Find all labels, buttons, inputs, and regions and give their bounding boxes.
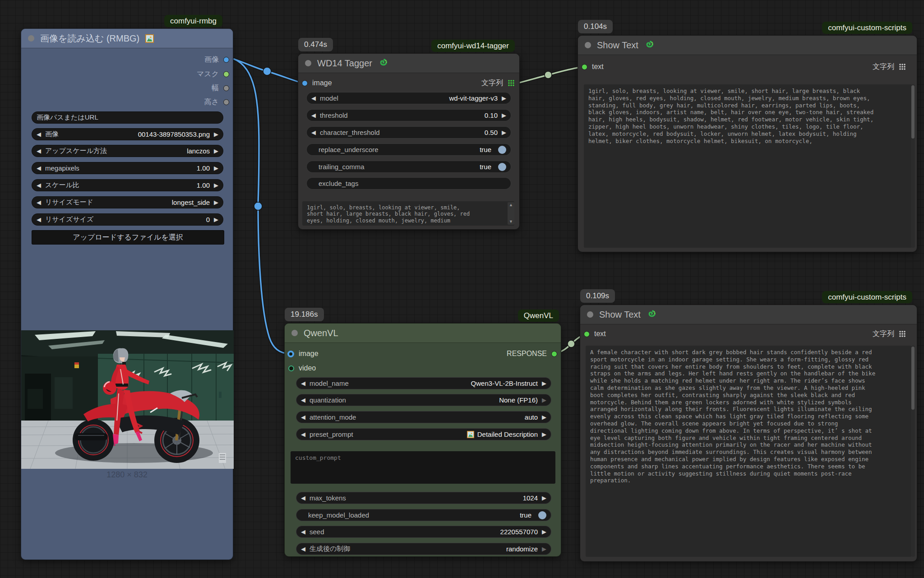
widget-exclude-tags[interactable]: exclude_tags	[306, 177, 511, 190]
prev-arrow-icon[interactable]	[37, 131, 41, 137]
node-qwenvl[interactable]: 19.186s QwenVL QwenVL image video RESPON…	[284, 323, 561, 557]
widget-resize-size[interactable]: リサイズサイズ 0	[32, 213, 223, 226]
widget-model[interactable]: model wd-vit-tagger-v3	[306, 92, 511, 104]
widget-resize-mode[interactable]: リサイズモード longest_side	[32, 196, 223, 208]
prev-arrow-icon[interactable]	[37, 165, 41, 171]
scrollbar-handle[interactable]	[911, 85, 915, 139]
next-arrow-icon[interactable]	[542, 495, 546, 501]
input-port-text[interactable]: text	[584, 328, 606, 339]
output-port-width[interactable]: 幅	[212, 83, 229, 93]
next-arrow-icon[interactable]	[542, 414, 546, 420]
scroll-down-icon[interactable]: ▼	[509, 220, 513, 224]
next-arrow-icon[interactable]	[542, 529, 546, 535]
image-path-input[interactable]: 画像パスまたはURL	[32, 111, 223, 124]
widget-trailing-comma[interactable]: trailing_comma true	[306, 161, 511, 173]
next-arrow-icon[interactable]	[542, 431, 546, 437]
node-load-image-rmbg[interactable]: comfyui-rmbg 画像を読み込む (RMBG) 画像 マスク 幅 高さ …	[21, 28, 233, 560]
toggle-icon[interactable]	[538, 511, 546, 519]
output-port-string[interactable]: 文字列	[873, 61, 906, 72]
next-arrow-icon[interactable]	[502, 129, 506, 135]
prev-arrow-icon[interactable]	[37, 199, 41, 205]
node-scrollbar[interactable]	[911, 346, 915, 557]
input-port-image[interactable]: image	[287, 348, 319, 359]
next-arrow-icon[interactable]	[542, 380, 546, 386]
widget-keep-model-loaded[interactable]: keep_model_loaded true	[296, 509, 551, 521]
tags-result-textarea[interactable]: 1girl, solo, breasts, looking at viewer,…	[302, 201, 514, 226]
widget-model-name[interactable]: model_name Qwen3-VL-2B-Instruct	[296, 377, 551, 389]
widget-megapixels[interactable]: megapixels 1.00	[32, 162, 223, 174]
next-arrow-icon[interactable]	[214, 165, 218, 171]
prev-arrow-icon[interactable]	[37, 217, 41, 222]
next-arrow-icon[interactable]	[502, 112, 506, 118]
output-port-height[interactable]: 高さ	[204, 97, 229, 107]
collapse-dot[interactable]	[585, 42, 591, 48]
node-header[interactable]: 画像を読み込む (RMBG)	[21, 29, 233, 48]
scrollbar-handle[interactable]	[911, 347, 915, 410]
textarea-scrollbar[interactable]: ▲ ▼	[508, 202, 514, 225]
node-show-text-1[interactable]: 0.104s comfyui-custom-scripts Show Text …	[578, 35, 917, 252]
reroute-dot-string2[interactable]	[568, 340, 575, 347]
output-port-image[interactable]: 画像	[204, 54, 229, 65]
reroute-dot-lower[interactable]	[254, 202, 262, 210]
next-arrow-icon[interactable]	[214, 148, 218, 154]
node-scrollbar[interactable]	[911, 84, 915, 248]
widget-threshold[interactable]: threshold 0.10	[306, 109, 511, 121]
show-text-content[interactable]: A female character with short dark grey …	[586, 346, 911, 557]
widget-max-tokens[interactable]: max_tokens 1024	[296, 492, 551, 504]
widget-control-after-generate[interactable]: 生成後の制御 randomize	[296, 543, 551, 555]
reroute-dot-upper[interactable]	[263, 67, 271, 75]
prev-arrow-icon[interactable]	[37, 148, 41, 154]
next-arrow-icon[interactable]	[214, 182, 218, 188]
prev-arrow-icon[interactable]	[301, 529, 305, 535]
widget-image[interactable]: 画像 00143-3897850353.png	[32, 128, 223, 140]
node-show-text-2[interactable]: 0.109s comfyui-custom-scripts Show Text …	[580, 305, 917, 562]
output-port-mask[interactable]: マスク	[197, 69, 229, 79]
custom-prompt-textarea[interactable]: custom_prompt	[291, 451, 555, 484]
prev-arrow-icon[interactable]	[301, 495, 305, 501]
node-header[interactable]: Show Text	[580, 305, 917, 324]
input-port-text[interactable]: text	[582, 61, 604, 72]
node-header[interactable]: WD14 Tagger	[298, 54, 519, 73]
collapse-dot[interactable]	[291, 330, 298, 336]
input-port-video[interactable]: video	[288, 363, 316, 374]
node-header[interactable]: Show Text	[578, 36, 917, 55]
show-text-content[interactable]: 1girl, solo, breasts, looking at viewer,…	[584, 84, 912, 248]
output-port-response[interactable]: RESPONSE	[507, 348, 557, 359]
collapse-dot[interactable]	[305, 60, 311, 66]
next-arrow-icon[interactable]	[542, 546, 546, 552]
next-arrow-icon[interactable]	[214, 217, 218, 222]
next-arrow-icon[interactable]	[542, 397, 546, 403]
widget-scale-ratio[interactable]: スケール比 1.00	[32, 179, 223, 191]
widget-preset-prompt[interactable]: preset_prompt Detailed Description	[296, 428, 551, 440]
widget-seed[interactable]: seed 2220557070	[296, 526, 551, 538]
collapse-dot[interactable]	[587, 311, 593, 318]
prev-arrow-icon[interactable]	[301, 380, 305, 386]
prev-arrow-icon[interactable]	[311, 112, 316, 118]
widget-replace-underscore[interactable]: replace_underscore true	[306, 143, 511, 156]
prev-arrow-icon[interactable]	[37, 182, 41, 188]
next-arrow-icon[interactable]	[214, 131, 218, 137]
widget-quantization[interactable]: quantization None (FP16)	[296, 394, 551, 406]
prev-arrow-icon[interactable]	[301, 431, 305, 437]
prev-arrow-icon[interactable]	[301, 546, 305, 552]
prev-arrow-icon[interactable]	[311, 129, 316, 135]
node-wd14-tagger[interactable]: 0.474s comfyui-wd14-tagger WD14 Tagger i…	[298, 53, 520, 230]
prev-arrow-icon[interactable]	[311, 95, 316, 101]
reroute-dot-string1[interactable]	[545, 71, 552, 79]
prev-arrow-icon[interactable]	[301, 397, 305, 403]
widget-upscale-method[interactable]: アップスケール方法 lanczos	[32, 145, 223, 157]
node-header[interactable]: QwenVL	[285, 324, 561, 343]
next-arrow-icon[interactable]	[214, 199, 218, 205]
widget-character-threshold[interactable]: character_threshold 0.50	[306, 126, 511, 139]
widget-attention-mode[interactable]: attention_mode auto	[296, 411, 551, 423]
upload-file-button[interactable]: アップロードするファイルを選択	[32, 230, 224, 245]
collapse-dot[interactable]	[28, 35, 34, 42]
scroll-up-icon[interactable]: ▲	[509, 203, 513, 207]
output-port-string[interactable]: 文字列	[873, 328, 906, 339]
next-arrow-icon[interactable]	[502, 95, 506, 101]
prev-arrow-icon[interactable]	[301, 414, 305, 420]
input-port-image[interactable]: image	[302, 78, 332, 88]
output-port-string[interactable]: 文字列	[481, 78, 515, 88]
toggle-icon[interactable]	[498, 146, 506, 154]
toggle-icon[interactable]	[498, 163, 506, 171]
